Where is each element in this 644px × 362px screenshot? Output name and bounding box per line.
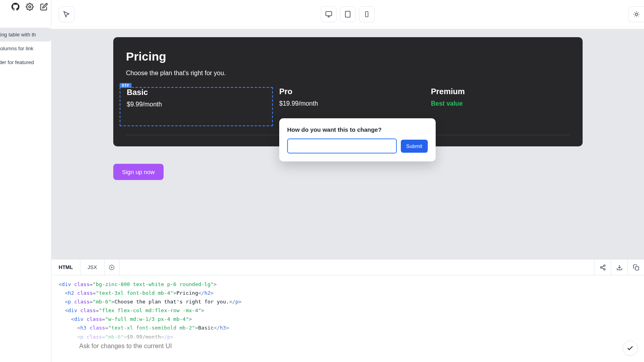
ask-changes-input[interactable]	[79, 337, 608, 355]
svg-point-21	[600, 267, 602, 268]
confirm-button[interactable]	[623, 341, 638, 356]
desktop-device-button[interactable]	[321, 6, 337, 22]
svg-rect-26	[635, 267, 639, 270]
svg-point-20	[604, 265, 605, 266]
pricing-title: Pricing	[126, 50, 570, 63]
svg-point-22	[604, 268, 605, 270]
signup-button[interactable]: Sign up now	[113, 164, 164, 180]
plan-name: Pro	[279, 87, 418, 96]
download-button[interactable]	[611, 260, 627, 275]
plan-price: $9.99/month	[127, 101, 266, 108]
svg-line-24	[602, 266, 604, 267]
sidebar-item[interactable]: cing table with th	[0, 28, 51, 42]
svg-line-15	[634, 16, 634, 16]
mobile-device-button[interactable]	[359, 6, 375, 22]
tab-html[interactable]: HTML	[51, 260, 80, 275]
popover-prompt: How do you want this to change?	[287, 126, 428, 133]
select-tool-button[interactable]	[59, 6, 74, 22]
sidebar-item-label: columns for link	[0, 45, 33, 51]
sidebar-item-label: cing table with th	[0, 32, 36, 38]
theme-toggle-button[interactable]	[628, 6, 644, 22]
tab-label: HTML	[59, 264, 73, 270]
tab-label: JSX	[88, 264, 97, 270]
code-panel: HTML JSX <div class="bg-zinc-800 text-wh…	[51, 259, 644, 362]
pricing-subtitle: Choose the plan that's right for you.	[126, 70, 570, 77]
svg-line-16	[638, 12, 638, 13]
sidebar-item-label: lder for featured	[0, 59, 34, 65]
plan-name: Premium	[431, 87, 570, 96]
tablet-device-button[interactable]	[340, 6, 356, 22]
popover-submit-label: Submit	[406, 143, 422, 149]
edit-popover: How do you want this to change? Submit	[279, 118, 436, 161]
svg-rect-6	[366, 11, 368, 17]
svg-line-12	[638, 16, 638, 16]
sidebar-item[interactable]: lder for featured	[0, 55, 51, 69]
share-button[interactable]	[594, 260, 611, 275]
svg-line-11	[634, 12, 634, 13]
add-tab-button[interactable]	[105, 260, 120, 275]
toolbar	[51, 0, 644, 29]
svg-point-8	[635, 13, 638, 15]
plan-badge: Best value	[431, 100, 570, 107]
popover-input[interactable]	[287, 138, 397, 154]
popover-submit-button[interactable]: Submit	[401, 140, 428, 153]
copy-button[interactable]	[627, 260, 644, 275]
svg-rect-1	[326, 11, 332, 16]
plan-name: Basic	[127, 88, 266, 97]
selection-tag: DIV	[120, 83, 131, 88]
plan-premium[interactable]: Premium Best value	[425, 87, 576, 126]
plan-basic[interactable]: DIV Basic $9.99/month	[120, 87, 273, 126]
tab-jsx[interactable]: JSX	[80, 260, 105, 275]
preview-canvas: Pricing Choose the plan that's right for…	[51, 29, 644, 259]
history-sidebar: cing table with th columns for link lder…	[0, 0, 51, 362]
sidebar-item[interactable]: columns for link	[0, 42, 51, 55]
plan-price: $19.99/month	[279, 100, 418, 107]
svg-line-23	[602, 268, 604, 269]
signup-button-label: Sign up now	[122, 169, 155, 175]
